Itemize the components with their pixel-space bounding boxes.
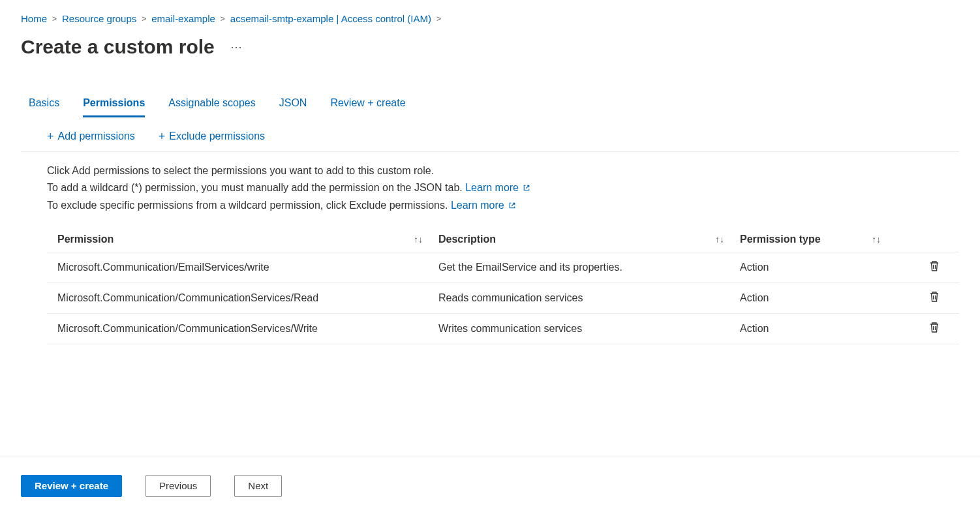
breadcrumb-home[interactable]: Home xyxy=(21,13,47,24)
table-row: Microsoft.Communication/CommunicationSer… xyxy=(47,314,959,344)
col-header-type: Permission type xyxy=(740,234,821,245)
footer-bar: Review + create Previous Next xyxy=(0,457,980,514)
chevron-right-icon: > xyxy=(142,14,146,23)
sort-icon[interactable]: ↑↓ xyxy=(715,234,724,245)
sort-icon[interactable]: ↑↓ xyxy=(872,234,881,245)
plus-icon: + xyxy=(47,130,54,142)
cell-permission: Microsoft.Communication/EmailServices/wr… xyxy=(47,262,438,273)
col-header-permission: Permission xyxy=(57,234,114,245)
cell-description: Writes communication services xyxy=(438,323,740,335)
review-create-button[interactable]: Review + create xyxy=(21,475,122,497)
learn-more-link[interactable]: Learn more xyxy=(465,182,530,193)
learn-more-link[interactable]: Learn more xyxy=(451,200,516,211)
plus-icon: + xyxy=(159,130,166,142)
help-text: Click Add permissions to select the perm… xyxy=(21,152,959,227)
cell-permission: Microsoft.Communication/CommunicationSer… xyxy=(47,292,438,304)
chevron-right-icon: > xyxy=(221,14,225,23)
table-row: Microsoft.Communication/EmailServices/wr… xyxy=(47,252,959,283)
cell-permission: Microsoft.Communication/CommunicationSer… xyxy=(47,323,438,335)
cell-type: Action xyxy=(740,292,896,304)
external-link-icon xyxy=(508,202,516,209)
next-button[interactable]: Next xyxy=(234,475,282,497)
exclude-permissions-button[interactable]: + Exclude permissions xyxy=(159,130,265,142)
more-icon[interactable]: ⋯ xyxy=(230,40,243,54)
breadcrumb-resource-groups[interactable]: Resource groups xyxy=(62,13,136,24)
exclude-permissions-label: Exclude permissions xyxy=(169,130,265,142)
help-line-2: To add a wildcard (*) permission, you mu… xyxy=(47,182,465,193)
breadcrumb-iam[interactable]: acsemail-smtp-example | Access control (… xyxy=(230,13,431,24)
table-row: Microsoft.Communication/CommunicationSer… xyxy=(47,283,959,314)
add-permissions-label: Add permissions xyxy=(58,130,135,142)
cell-description: Get the EmailService and its properties. xyxy=(438,262,740,273)
help-line-1: Click Add permissions to select the perm… xyxy=(47,162,959,179)
tab-basics[interactable]: Basics xyxy=(29,97,59,117)
add-permissions-button[interactable]: + Add permissions xyxy=(47,130,135,142)
permissions-table: Permission ↑↓ Description ↑↓ Permission … xyxy=(47,227,959,344)
breadcrumb: Home > Resource groups > email-example >… xyxy=(21,13,959,24)
chevron-right-icon: > xyxy=(436,14,441,23)
tab-permissions[interactable]: Permissions xyxy=(83,97,145,117)
col-header-description: Description xyxy=(438,234,496,245)
cell-type: Action xyxy=(740,323,896,335)
tab-assignable-scopes[interactable]: Assignable scopes xyxy=(168,97,255,117)
delete-icon[interactable] xyxy=(929,260,940,275)
cell-description: Reads communication services xyxy=(438,292,740,304)
sort-icon[interactable]: ↑↓ xyxy=(414,234,423,245)
breadcrumb-email-example[interactable]: email-example xyxy=(151,13,215,24)
tab-json[interactable]: JSON xyxy=(279,97,307,117)
page-title: Create a custom role xyxy=(21,36,215,58)
help-line-3: To exclude specific permissions from a w… xyxy=(47,200,451,211)
cell-type: Action xyxy=(740,262,896,273)
tab-review-create[interactable]: Review + create xyxy=(330,97,405,117)
external-link-icon xyxy=(523,184,530,192)
table-header-row: Permission ↑↓ Description ↑↓ Permission … xyxy=(47,227,959,252)
previous-button[interactable]: Previous xyxy=(145,475,211,497)
chevron-right-icon: > xyxy=(52,14,57,23)
tab-list: Basics Permissions Assignable scopes JSO… xyxy=(21,97,959,117)
delete-icon[interactable] xyxy=(929,291,940,305)
delete-icon[interactable] xyxy=(929,322,940,336)
